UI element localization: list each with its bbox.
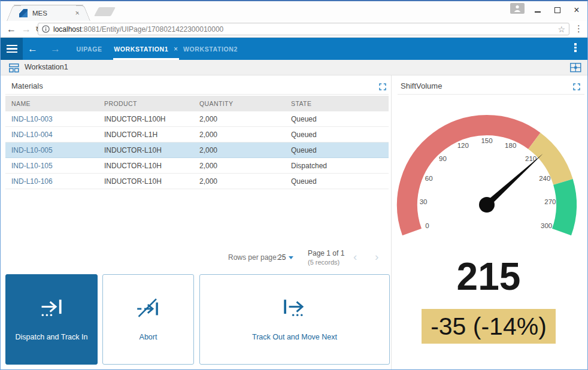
hamburger-menu-icon[interactable] [1,38,23,60]
rows-per-page-label: Rows per page: [228,253,278,262]
gauge-tick: 60 [425,175,433,182]
breadcrumb-bar: Workstation1 [1,60,587,75]
tab-workstation2[interactable]: WORKSTATION2 [185,38,236,60]
next-page-icon[interactable]: › [375,250,378,263]
gauge-tick: 180 [505,142,516,149]
abort-icon [137,298,160,317]
browser-titlebar: MES × × [1,1,587,21]
tab-close-icon[interactable]: × [75,8,80,17]
table-row[interactable]: IND-L10-004 INDUCTOR-L1H 2,000 Queued [5,127,389,142]
url-path: :8081/Entity/UIPage/1708021422300010000 [81,25,223,34]
browser-back-button[interactable]: ← [7,21,16,37]
maximize-button[interactable] [550,1,565,19]
gauge-needle [485,154,543,207]
close-button[interactable]: × [569,1,584,19]
browser-forward-button[interactable]: → [22,21,31,37]
url-bar[interactable]: localhost:8081/Entity/UIPage/17080214223… [38,23,569,35]
person-icon [513,4,522,13]
page-indicator: Page 1 of 1 [308,249,344,257]
bookmark-star-icon[interactable]: ☆ [557,25,565,34]
mes-favicon [19,9,28,17]
tab-title: MES [32,10,47,17]
tab-close-icon[interactable]: × [174,45,178,53]
browser-menu-icon[interactable]: ⋮ [574,23,583,34]
gauge-tick: 120 [457,142,469,149]
dashboard-icon [9,63,19,72]
app-navbar: ← → UIPAGE WORKSTATION1 × WORKSTATION2 [1,38,587,60]
abort-button[interactable]: Abort [102,274,194,365]
new-tab-button[interactable] [94,7,116,16]
gauge-needle-hub [479,197,495,213]
browser-tab[interactable]: MES × [14,5,83,21]
shiftvolume-gauge: 0 30 60 90 120 150 180 210 240 270 300 [391,102,585,248]
materials-table: NAME PRODUCT QUANTITY STATE IND-L10-003 … [5,96,389,189]
minimize-icon [535,11,541,13]
shiftvolume-value: 215 [392,256,586,297]
rows-per-page-select[interactable]: 25 [278,253,286,262]
tab-workstation1[interactable]: WORKSTATION1 × [116,38,176,60]
table-row[interactable]: IND-L10-003 INDUCTOR-L100H 2,000 Queued [5,111,389,127]
gauge-tick: 270 [544,198,556,205]
gauge-zone-green [562,182,566,232]
app-overflow-menu-icon[interactable] [574,43,577,52]
dispatch-and-track-in-button[interactable]: Dispatch and Track In [5,274,98,365]
gauge-tick: 150 [481,137,492,144]
maximize-icon [554,7,560,13]
grid-view-icon[interactable] [570,63,581,72]
url-host: localhost [53,25,81,34]
tab-uipage[interactable]: UIPAGE [71,38,107,60]
app-forward-button[interactable]: → [50,38,60,60]
chevron-down-icon[interactable] [289,256,293,259]
track-in-icon [40,298,63,317]
gauge-tick: 90 [439,155,447,162]
page-content: Materials NAME PRODUCT QUANTITY STATE IN… [1,75,587,370]
table-pagination: Rows per page: 25 Page 1 of 1 (5 records… [1,248,391,272]
minimize-button[interactable] [530,1,545,19]
gauge-tick: 300 [541,222,552,229]
gauge-tick: 0 [425,222,429,229]
browser-toolbar: ← → ↻ localhost:8081/Entity/UIPage/17080… [1,21,587,38]
materials-table-header: NAME PRODUCT QUANTITY STATE [5,96,389,111]
shiftvolume-title-rule [398,94,584,95]
page-info-icon[interactable] [42,25,50,33]
gauge-tick: 240 [539,175,550,182]
shiftvolume-delta-badge: -35 (-14%) [422,309,556,344]
shiftvolume-panel-title: ShiftVolume [401,81,442,90]
profile-button[interactable] [510,3,525,14]
materials-title-rule [5,94,389,95]
track-out-icon [283,298,307,317]
browser-window: MES × × ← → ↻ localhost:8081/Entity/UIPa… [0,0,588,370]
app-back-button[interactable]: ← [28,38,38,60]
records-count: (5 records) [308,259,340,266]
breadcrumb-label: Workstation1 [25,60,68,75]
table-row[interactable]: IND-L10-106 INDUCTOR-L10H 2,000 Queued [5,174,389,189]
table-row[interactable]: IND-L10-105 INDUCTOR-L10H 2,000 Dispatch… [5,158,389,174]
previous-page-icon[interactable]: ‹ [353,250,357,263]
materials-panel-title: Materials [11,81,43,90]
gauge-tick: 30 [420,198,428,205]
table-row-selected[interactable]: IND-L10-005 INDUCTOR-L10H 2,000 Queued [5,142,389,158]
track-out-and-move-next-button[interactable]: Track Out and Move Next [199,274,390,365]
materials-expand-icon[interactable] [379,83,386,90]
shiftvolume-expand-icon[interactable] [573,83,580,90]
